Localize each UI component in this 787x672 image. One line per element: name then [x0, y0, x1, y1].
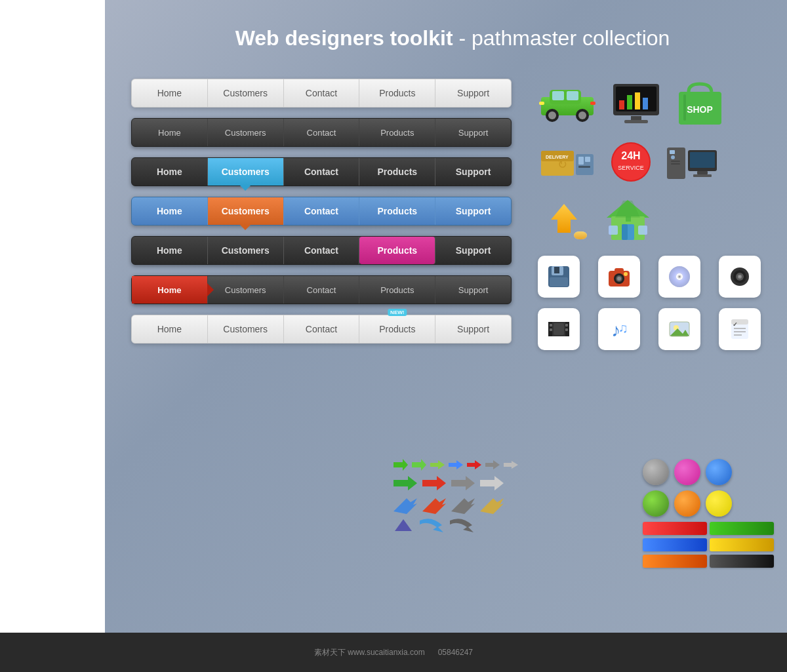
color-bars — [643, 522, 774, 568]
nav1-home[interactable]: Home — [132, 79, 208, 107]
color-bar-row-1 — [643, 522, 774, 535]
svg-rect-2 — [552, 91, 564, 100]
navbar-5: Home Customers Contact Products Support — [131, 236, 512, 265]
small-icons-row1 — [538, 256, 774, 298]
nav6-products[interactable]: Products — [359, 276, 435, 304]
svg-rect-14 — [635, 92, 640, 109]
navbar-4: Home Customers Contact Products Support — [131, 197, 512, 226]
svg-text:↻: ↻ — [557, 158, 567, 171]
svg-rect-37 — [671, 163, 680, 165]
nav5-home[interactable]: Home — [132, 237, 208, 264]
nav4-products[interactable]: Products — [359, 197, 435, 225]
svg-text:SERVICE: SERVICE — [618, 165, 643, 171]
sticker-grey — [643, 459, 669, 485]
nav6-support[interactable]: Support — [435, 276, 511, 304]
nav2-products[interactable]: Products — [359, 119, 435, 146]
left-strip — [0, 0, 105, 672]
new-badge: NEW! — [388, 309, 407, 316]
nav6-home[interactable]: Home — [132, 276, 208, 304]
navbars-section: Home Customers Contact Products Support … — [131, 79, 512, 354]
sticker-yellow — [706, 490, 732, 517]
svg-rect-19 — [683, 94, 686, 121]
nav4-customers[interactable]: Customers — [208, 197, 284, 225]
svg-rect-42 — [693, 174, 712, 177]
svg-rect-15 — [643, 98, 648, 109]
svg-rect-62 — [615, 268, 624, 272]
bar-green — [710, 522, 774, 535]
cd-icon — [658, 256, 700, 298]
nav2-support[interactable]: Support — [435, 119, 511, 146]
title-light: pathmaster collection — [472, 26, 670, 50]
svg-rect-3 — [567, 91, 578, 100]
delivery-icon: DELIVERY ↻ — [538, 141, 597, 184]
nav3-support[interactable]: Support — [435, 158, 511, 186]
watermark-text: 素材天下 www.sucaitianxia.com — [314, 647, 425, 658]
icon-row-3 — [538, 197, 774, 243]
svg-rect-79 — [565, 324, 568, 326]
arrows-section — [394, 459, 636, 536]
photo-icon — [658, 308, 700, 350]
bar-blue — [643, 538, 707, 551]
computer-tower-icon — [666, 141, 718, 184]
nav2-home[interactable]: Home — [132, 119, 208, 146]
nav3-products[interactable]: Products — [359, 158, 435, 186]
nav7-customers[interactable]: Customers — [208, 315, 284, 343]
nav6-customers[interactable]: Customers — [208, 276, 284, 304]
24h-icon: 24H SERVICE — [610, 141, 653, 184]
nav1-customers[interactable]: Customers — [208, 79, 284, 107]
svg-text:24H: 24H — [621, 150, 640, 161]
nav7-products[interactable]: NEW! Products — [359, 315, 435, 343]
svg-rect-78 — [550, 328, 552, 331]
nav6-contact[interactable]: Contact — [284, 276, 360, 304]
svg-marker-100 — [485, 460, 500, 469]
nav2-customers[interactable]: Customers — [208, 119, 284, 146]
bar-yellow — [710, 538, 774, 551]
nav1-products[interactable]: Products — [359, 79, 435, 107]
nav5-contact[interactable]: Contact — [284, 237, 360, 264]
svg-point-68 — [679, 276, 681, 278]
nav7-support[interactable]: Support — [435, 315, 511, 343]
nav1-contact[interactable]: Contact — [284, 79, 360, 107]
svg-point-7 — [578, 111, 586, 119]
navbar-7: Home Customers Contact NEW! Products Sup… — [131, 315, 512, 344]
nav5-customers[interactable]: Customers — [208, 237, 284, 264]
navbar-2: Home Customers Contact Products Support — [131, 118, 512, 147]
title-separator: - — [453, 26, 472, 50]
house-icon — [603, 197, 653, 243]
nav5-support[interactable]: Support — [435, 237, 511, 264]
svg-rect-36 — [671, 161, 680, 162]
nav4-home[interactable]: Home — [132, 197, 208, 225]
svg-rect-81 — [554, 323, 564, 335]
nav4-contact[interactable]: Contact — [284, 197, 360, 225]
nav1-support[interactable]: Support — [435, 79, 511, 107]
svg-rect-26 — [578, 157, 584, 165]
navbar-6: Home Customers Contact Products Support — [131, 275, 512, 304]
title-bold: Web designers toolkit — [235, 26, 453, 50]
svg-rect-34 — [670, 150, 675, 154]
svg-marker-96 — [412, 459, 426, 471]
download-icon — [538, 199, 590, 241]
navbar-3: Home Customers Contact Products Support — [131, 157, 512, 186]
bar-black — [710, 555, 774, 568]
svg-rect-9 — [590, 102, 595, 105]
svg-text:✓: ✓ — [733, 321, 738, 328]
arrow-row-3 — [394, 496, 636, 514]
nav3-customers[interactable]: Customers — [208, 158, 284, 186]
nav7-home[interactable]: Home — [132, 315, 208, 343]
svg-rect-56 — [554, 267, 559, 273]
music-icon: ♪ ♫ — [598, 308, 640, 350]
nav7-contact[interactable]: Contact — [284, 315, 360, 343]
svg-marker-97 — [430, 460, 445, 469]
sticker-row-1 — [643, 459, 774, 485]
svg-rect-28 — [578, 166, 590, 168]
icons-section: SHOP DELIVERY ↻ 24H SERVICE — [538, 79, 774, 361]
svg-marker-102 — [394, 476, 417, 490]
nav5-products[interactable]: Products — [359, 237, 435, 264]
nav4-support[interactable]: Support — [435, 197, 511, 225]
nav3-contact[interactable]: Contact — [284, 158, 360, 186]
svg-rect-57 — [550, 277, 568, 287]
svg-rect-51 — [638, 226, 647, 235]
nav2-contact[interactable]: Contact — [284, 119, 360, 146]
bottom-strip: 素材天下 www.sucaitianxia.com 05846247 — [0, 633, 787, 672]
nav3-home[interactable]: Home — [132, 158, 208, 186]
